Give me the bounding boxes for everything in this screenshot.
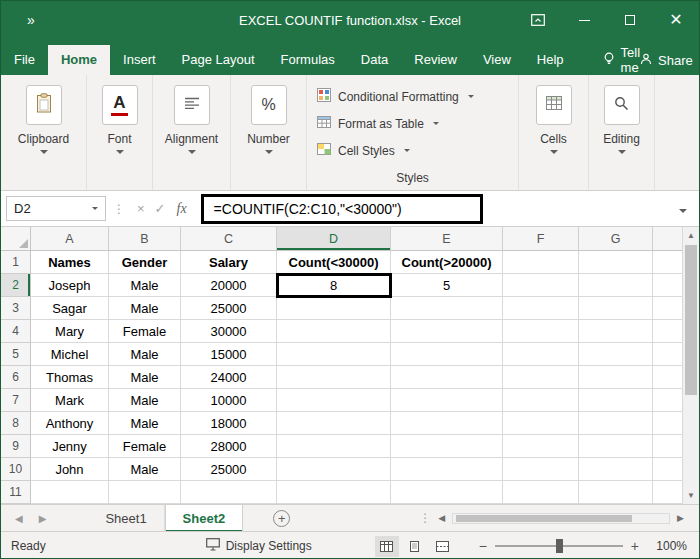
font-button[interactable]: A [102, 85, 138, 125]
editing-dropdown-icon[interactable] [618, 150, 626, 154]
cell-G1[interactable] [579, 251, 653, 274]
tell-me-button[interactable]: Tell me [603, 45, 641, 75]
cell-A7[interactable]: Mark [31, 389, 109, 412]
share-button[interactable]: Share [640, 45, 693, 75]
cancel-icon[interactable]: × [137, 201, 145, 216]
cell-G8[interactable] [579, 412, 653, 435]
cell-A3[interactable]: Sagar [31, 297, 109, 320]
cell-E3[interactable] [391, 297, 503, 320]
tab-view[interactable]: View [470, 45, 524, 75]
tab-insert[interactable]: Insert [110, 45, 169, 75]
new-sheet-button[interactable]: + [273, 510, 290, 527]
paste-button[interactable] [26, 85, 62, 125]
cell-C10[interactable]: 25000 [181, 458, 277, 481]
editing-button[interactable] [604, 85, 640, 125]
row-header-4[interactable]: 4 [1, 320, 31, 343]
cell-D10[interactable] [277, 458, 391, 481]
cell-G5[interactable] [579, 343, 653, 366]
cell-A2[interactable]: Joseph [31, 274, 109, 297]
insert-function-icon[interactable]: fx [177, 201, 187, 217]
zoom-level[interactable]: 100% [653, 539, 687, 553]
cells-group-label[interactable]: Cells [540, 132, 567, 146]
row-header-1[interactable]: 1 [1, 251, 31, 274]
page-break-view-icon[interactable] [431, 536, 455, 557]
cell-E7[interactable] [391, 389, 503, 412]
cell-A1[interactable]: Names [31, 251, 109, 274]
row-header-2[interactable]: 2 [1, 274, 31, 297]
col-header-C[interactable]: C [181, 227, 277, 251]
cell-C1[interactable]: Salary [181, 251, 277, 274]
number-button[interactable]: % [251, 85, 287, 125]
cell-D3[interactable] [277, 297, 391, 320]
alignment-dropdown-icon[interactable] [188, 150, 196, 154]
tab-help[interactable]: Help [524, 45, 577, 75]
row-header-6[interactable]: 6 [1, 366, 31, 389]
cell-F7[interactable] [503, 389, 579, 412]
cell-D2[interactable]: 8 [277, 274, 391, 297]
cell-F6[interactable] [503, 366, 579, 389]
cell-C9[interactable]: 28000 [181, 435, 277, 458]
cell-B10[interactable]: Male [109, 458, 181, 481]
cell-A10[interactable]: John [31, 458, 109, 481]
row-header-10[interactable]: 10 [1, 458, 31, 481]
cell-C6[interactable]: 24000 [181, 366, 277, 389]
tab-review[interactable]: Review [401, 45, 470, 75]
minimize-button[interactable] [561, 1, 607, 39]
cell-E11[interactable] [391, 481, 503, 504]
cell-B2[interactable]: Male [109, 274, 181, 297]
maximize-button[interactable] [607, 1, 653, 39]
zoom-out-button[interactable]: − [471, 538, 495, 554]
cell-C4[interactable]: 30000 [181, 320, 277, 343]
cell-A8[interactable]: Anthony [31, 412, 109, 435]
hscroll-right-icon[interactable]: ▶ [677, 513, 684, 523]
number-group-label[interactable]: Number [247, 132, 290, 146]
col-header-F[interactable]: F [503, 227, 579, 251]
cell-D1[interactable]: Count(<30000) [277, 251, 391, 274]
alignment-button[interactable] [174, 85, 210, 125]
cell-B1[interactable]: Gender [109, 251, 181, 274]
cell-B6[interactable]: Male [109, 366, 181, 389]
row-header-3[interactable]: 3 [1, 297, 31, 320]
tab-home[interactable]: Home [48, 45, 110, 75]
sheet-tab-sheet2[interactable]: Sheet2 [165, 505, 244, 532]
alignment-group-label[interactable]: Alignment [165, 132, 218, 146]
cells-dropdown-icon[interactable] [550, 150, 558, 154]
cell-A4[interactable]: Mary [31, 320, 109, 343]
cell-F5[interactable] [503, 343, 579, 366]
zoom-in-button[interactable]: + [623, 538, 647, 554]
cell-C11[interactable] [181, 481, 277, 504]
cell-E1[interactable]: Count(>20000) [391, 251, 503, 274]
clipboard-group-label[interactable]: Clipboard [18, 132, 69, 146]
cell-G4[interactable] [579, 320, 653, 343]
cell-F9[interactable] [503, 435, 579, 458]
cell-C8[interactable]: 18000 [181, 412, 277, 435]
close-button[interactable]: ✕ [653, 1, 699, 39]
horizontal-scrollbar-thumb[interactable] [456, 515, 632, 522]
tab-page-layout[interactable]: Page Layout [169, 45, 268, 75]
col-header-E[interactable]: E [391, 227, 503, 251]
cell-G3[interactable] [579, 297, 653, 320]
cell-G6[interactable] [579, 366, 653, 389]
cell-F2[interactable] [503, 274, 579, 297]
page-layout-view-icon[interactable] [403, 536, 427, 557]
cell-F11[interactable] [503, 481, 579, 504]
cell-B7[interactable]: Male [109, 389, 181, 412]
format-as-table-button[interactable]: Format as Table [317, 110, 439, 137]
scroll-down-icon[interactable]: ▼ [683, 487, 699, 504]
cell-E10[interactable] [391, 458, 503, 481]
cell-B8[interactable]: Male [109, 412, 181, 435]
formula-bar-drag-handle[interactable]: ⋮ [113, 202, 125, 216]
cell-A5[interactable]: Michel [31, 343, 109, 366]
cell-D4[interactable] [277, 320, 391, 343]
cell-E6[interactable] [391, 366, 503, 389]
vertical-scrollbar-thumb[interactable] [685, 245, 697, 395]
cell-D6[interactable] [277, 366, 391, 389]
cell-D9[interactable] [277, 435, 391, 458]
cell-E8[interactable] [391, 412, 503, 435]
cell-B9[interactable]: Female [109, 435, 181, 458]
cell-C7[interactable]: 10000 [181, 389, 277, 412]
col-header-A[interactable]: A [31, 227, 109, 251]
row-header-8[interactable]: 8 [1, 412, 31, 435]
cell-E2[interactable]: 5 [391, 274, 503, 297]
cell-C5[interactable]: 15000 [181, 343, 277, 366]
